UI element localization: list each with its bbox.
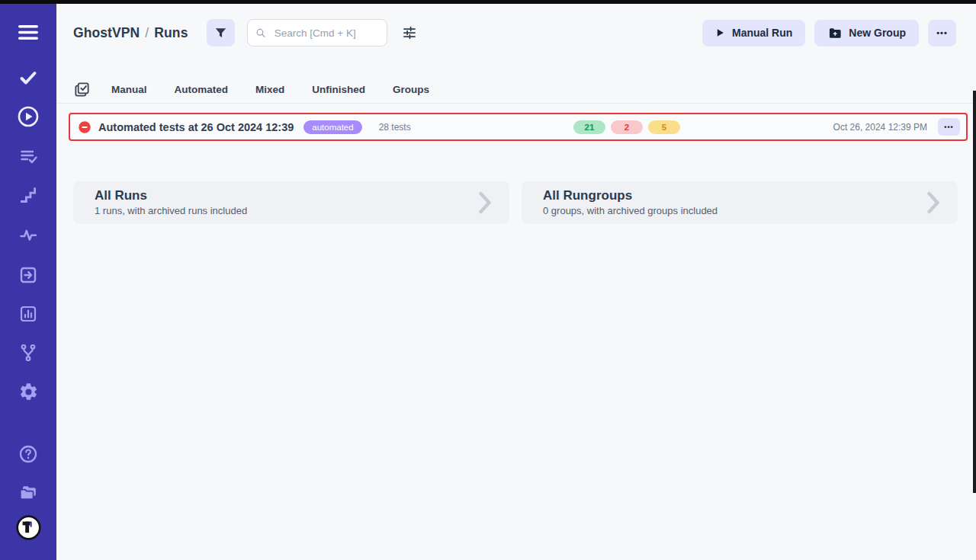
- activity-icon[interactable]: [0, 226, 56, 245]
- run-more-button[interactable]: •••: [938, 118, 960, 136]
- breadcrumb-page: Runs: [154, 25, 188, 40]
- tab-automated[interactable]: Automated: [175, 84, 229, 95]
- breadcrumb-project[interactable]: GhostVPN: [73, 25, 140, 40]
- chevron-right-icon: [926, 190, 941, 215]
- ellipsis-icon: •••: [944, 123, 953, 131]
- folder-plus-icon: [827, 27, 842, 40]
- search-input[interactable]: [273, 27, 380, 40]
- window-right-edge: [973, 91, 976, 493]
- header-more-button[interactable]: •••: [928, 20, 956, 46]
- manual-run-button[interactable]: Manual Run: [702, 20, 805, 46]
- play-icon: [715, 27, 725, 38]
- page-header: GhostVPN/Runs: [56, 4, 976, 104]
- branch-icon[interactable]: [0, 343, 56, 363]
- run-type-badge: automated: [303, 120, 361, 134]
- manual-run-label: Manual Run: [732, 27, 792, 39]
- folders-icon[interactable]: [0, 484, 56, 504]
- help-icon[interactable]: [0, 444, 56, 464]
- ellipsis-icon: •••: [936, 28, 948, 37]
- tab-manual[interactable]: Manual: [111, 84, 147, 95]
- checks-icon[interactable]: [0, 68, 56, 88]
- run-title: Automated tests at 26 Oct 2024 12:39: [98, 121, 294, 133]
- search-icon: [255, 27, 266, 40]
- all-runs-card[interactable]: All Runs 1 runs, with archived runs incl…: [73, 181, 509, 224]
- run-list-item[interactable]: Automated tests at 26 Oct 2024 12:39 aut…: [69, 113, 968, 141]
- filter-button[interactable]: [207, 19, 235, 46]
- run-result-pills: 21 2 5: [573, 120, 680, 134]
- all-runs-title: All Runs: [95, 189, 247, 203]
- funnel-icon: [214, 26, 228, 40]
- all-rungroups-title: All Rungroups: [543, 189, 718, 203]
- all-rungroups-subtitle: 0 groups, with archived groups included: [543, 205, 718, 216]
- all-rungroups-card[interactable]: All Rungroups 0 groups, with archived gr…: [522, 181, 958, 224]
- tab-groups[interactable]: Groups: [393, 84, 429, 95]
- status-failed-icon: [79, 121, 91, 133]
- bar-chart-icon[interactable]: [0, 304, 56, 324]
- new-group-button[interactable]: New Group: [814, 20, 919, 46]
- tab-mixed[interactable]: Mixed: [255, 84, 284, 95]
- steps-icon[interactable]: [0, 186, 56, 205]
- breadcrumb: GhostVPN/Runs: [73, 25, 188, 41]
- chevron-right-icon: [477, 190, 493, 215]
- skipped-pill: 5: [648, 120, 680, 134]
- play-circle-icon[interactable]: [0, 105, 56, 128]
- menu-icon[interactable]: [0, 24, 56, 40]
- adjustments-icon[interactable]: [402, 25, 417, 40]
- all-runs-subtitle: 1 runs, with archived runs included: [95, 205, 247, 216]
- breadcrumb-separator: /: [145, 25, 149, 40]
- select-all-icon[interactable]: [73, 81, 91, 98]
- list-check-icon[interactable]: [0, 147, 56, 166]
- window-top-edge: [0, 0, 976, 4]
- tab-unfinished[interactable]: Unfinished: [312, 84, 365, 95]
- new-group-label: New Group: [849, 27, 906, 39]
- runs-tabs: Manual Automated Mixed Unfinished Groups: [73, 78, 429, 100]
- app-logo[interactable]: [0, 515, 56, 540]
- failed-pill: 2: [611, 120, 643, 134]
- app-screen: GhostVPN/Runs: [0, 0, 976, 560]
- settings-gear-icon[interactable]: [0, 382, 56, 402]
- run-tests-count: 28 tests: [379, 122, 411, 133]
- passed-pill: 21: [573, 120, 605, 134]
- run-timestamp: Oct 26, 2024 12:39 PM: [833, 122, 927, 133]
- search-box: [247, 19, 387, 46]
- import-icon[interactable]: [0, 265, 56, 285]
- sidebar: [0, 4, 56, 560]
